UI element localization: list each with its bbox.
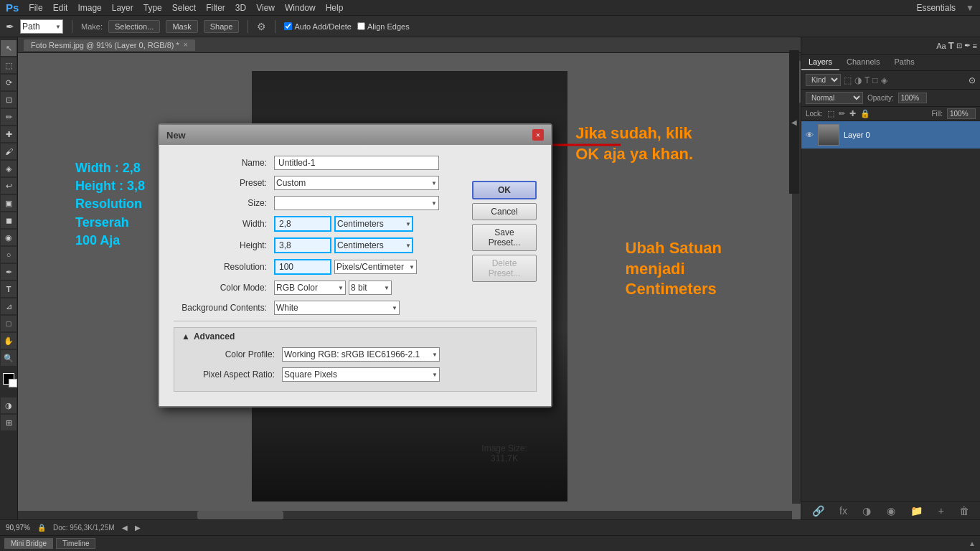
height-unit-select[interactable]: Centimeters Pixels Inches: [334, 237, 413, 253]
visibility-toggle[interactable]: 👁: [806, 131, 814, 139]
filter-active-toggle[interactable]: ⊙: [969, 75, 976, 85]
menu-layer[interactable]: Layer: [112, 3, 133, 13]
selection-button[interactable]: Selection...: [108, 20, 160, 33]
prev-btn[interactable]: ◀: [122, 524, 128, 532]
main-area: ↖ ⬚ ⟳ ⊡ ✏ ✚ 🖌 ◈ ↩ ▣ ◼ ◉ ○ ✒ T ⊿ □ ✋ 🔍 ◑ …: [0, 37, 980, 519]
link-icon[interactable]: 🔗: [812, 505, 824, 517]
shape-tool[interactable]: □: [1, 316, 17, 331]
lock-position-btn[interactable]: ✚: [849, 109, 856, 118]
healing-tool[interactable]: ✚: [1, 126, 17, 142]
width-unit-select[interactable]: Centimeters Pixels Inches: [334, 216, 413, 232]
fx-icon[interactable]: fx: [839, 505, 847, 517]
tab-paths[interactable]: Paths: [887, 55, 922, 70]
bg-contents-label: Background Contents:: [174, 303, 274, 313]
screen-mode-tool[interactable]: ⊞: [1, 415, 17, 430]
width-input[interactable]: [274, 216, 331, 232]
next-btn[interactable]: ▶: [135, 524, 141, 532]
smart-filter-icon[interactable]: ◈: [881, 75, 887, 85]
resolution-unit-select[interactable]: Pixels/Centimeter Pixels/Inch: [334, 260, 417, 274]
panel-expand-icon[interactable]: ▲: [969, 540, 976, 547]
type-tool[interactable]: T: [1, 281, 17, 297]
menu-type[interactable]: Type: [143, 3, 162, 13]
menu-image[interactable]: Image: [77, 3, 101, 13]
panel-aa-icon: Aa: [936, 42, 946, 50]
shape-filter-icon[interactable]: □: [872, 75, 877, 85]
mask-button[interactable]: Mask: [166, 20, 197, 33]
panel-tabs: Layers Channels Paths: [801, 55, 980, 71]
stamp-tool[interactable]: ◈: [1, 161, 17, 176]
zoom-tool[interactable]: 🔍: [1, 350, 17, 366]
adjustment-icon[interactable]: ◉: [887, 505, 895, 517]
opacity-input[interactable]: [898, 93, 927, 103]
adjust-filter-icon[interactable]: ◑: [854, 75, 862, 85]
preset-select[interactable]: Custom: [274, 176, 439, 190]
pixel-aspect-select[interactable]: Square Pixels: [282, 367, 440, 382]
bit-depth-select[interactable]: 8 bit 16 bit: [349, 281, 392, 295]
advanced-header[interactable]: ▲ Advanced: [182, 331, 529, 342]
tab-channels[interactable]: Channels: [839, 55, 887, 70]
lasso-tool[interactable]: ⟳: [1, 75, 17, 90]
group-icon[interactable]: 📁: [910, 505, 923, 517]
menu-window[interactable]: Window: [285, 3, 316, 13]
advanced-label: Advanced: [194, 331, 235, 342]
bit-depth-wrapper: 8 bit 16 bit: [349, 281, 392, 295]
brush-tool[interactable]: 🖌: [1, 143, 17, 159]
shape-button[interactable]: Shape: [204, 20, 240, 33]
image-size-label: Image Size:: [472, 443, 537, 453]
name-input[interactable]: [274, 156, 439, 170]
save-preset-button[interactable]: Save Preset...: [472, 224, 537, 251]
crop-tool[interactable]: ⊡: [1, 92, 17, 108]
cancel-button[interactable]: Cancel: [472, 203, 537, 220]
menu-edit[interactable]: Edit: [53, 3, 68, 13]
menu-view[interactable]: View: [256, 3, 275, 13]
add-mask-icon[interactable]: ◑: [862, 505, 871, 517]
delete-layer-icon[interactable]: 🗑: [959, 505, 969, 517]
blur-tool[interactable]: ◉: [1, 230, 17, 245]
auto-add-delete-checkbox[interactable]: Auto Add/Delete: [284, 22, 352, 31]
tab-mini-bridge[interactable]: Mini Bridge: [4, 538, 53, 549]
add-layer-icon[interactable]: +: [938, 505, 944, 517]
panel-more-icon[interactable]: ≡: [973, 42, 977, 50]
menu-file[interactable]: File: [29, 3, 42, 13]
layer-item-0[interactable]: 👁 Layer 0: [801, 121, 980, 149]
delete-preset-button[interactable]: Delete Preset...: [472, 255, 537, 282]
tool-type-select[interactable]: Path: [20, 19, 63, 34]
app-logo: Ps: [6, 1, 19, 14]
gradient-tool[interactable]: ◼: [1, 212, 17, 228]
resolution-input[interactable]: [274, 259, 331, 275]
fill-input[interactable]: [947, 108, 976, 119]
move-tool[interactable]: ↖: [1, 40, 17, 56]
menu-filter[interactable]: Filter: [206, 3, 225, 13]
select-tool[interactable]: ⬚: [1, 57, 17, 73]
tab-layers[interactable]: Layers: [801, 55, 839, 70]
lock-all-btn[interactable]: 🔒: [860, 109, 870, 118]
type-filter-icon[interactable]: T: [864, 75, 870, 85]
quick-mask-tool[interactable]: ◑: [1, 397, 17, 413]
menu-help[interactable]: Help: [326, 3, 344, 13]
size-select[interactable]: [274, 196, 439, 210]
color-profile-select[interactable]: Working RGB: sRGB IEC61966-2.1: [282, 347, 440, 362]
dialog-close-button[interactable]: ×: [532, 129, 544, 141]
menu-3d[interactable]: 3D: [235, 3, 246, 13]
height-input[interactable]: [274, 237, 331, 253]
history-brush[interactable]: ↩: [1, 178, 17, 194]
color-mode-select[interactable]: RGB Color Grayscale CMYK: [274, 281, 346, 295]
eyedrop-tool[interactable]: ✏: [1, 109, 17, 125]
tab-timeline[interactable]: Timeline: [56, 538, 95, 549]
pen-tool[interactable]: ✒: [1, 264, 17, 280]
eraser-tool[interactable]: ▣: [1, 195, 17, 211]
dodge-tool[interactable]: ○: [1, 247, 17, 263]
path-select-tool[interactable]: ⊿: [1, 298, 17, 314]
lock-pixels-btn[interactable]: ✏: [839, 109, 845, 118]
blend-mode-select[interactable]: Normal Multiply Screen: [806, 92, 863, 104]
essentials-label[interactable]: Essentials: [916, 3, 956, 13]
align-edges-checkbox[interactable]: Align Edges: [357, 22, 410, 31]
ok-button[interactable]: OK: [472, 181, 537, 199]
settings-icon[interactable]: ⚙: [257, 21, 266, 32]
bg-contents-select[interactable]: White Background Color Transparent: [274, 301, 400, 315]
pixel-filter-icon[interactable]: ⬚: [844, 75, 852, 85]
lock-transparent-btn[interactable]: ⬚: [827, 109, 834, 118]
layer-kind-select[interactable]: Kind: [806, 74, 841, 86]
menu-select[interactable]: Select: [172, 3, 196, 13]
hand-tool[interactable]: ✋: [1, 333, 17, 349]
